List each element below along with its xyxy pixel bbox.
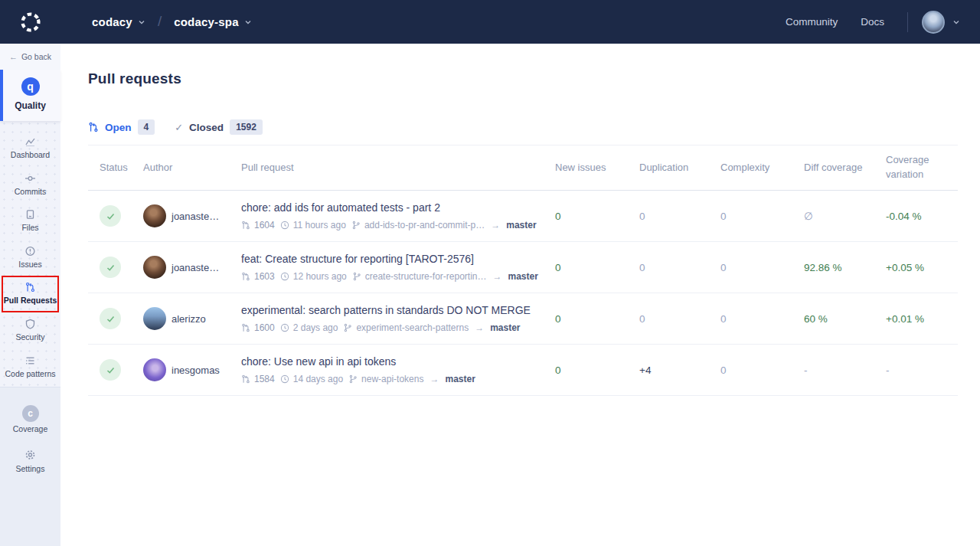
col-header-complexity: Complexity: [709, 161, 792, 175]
pr-number: 1603: [254, 271, 275, 282]
table-row[interactable]: alerizzo experimental: search patterns i…: [88, 293, 958, 345]
pr-updated-time: 12 hours ago: [293, 271, 347, 282]
user-menu-chevron-icon[interactable]: [952, 18, 960, 26]
status-success-badge: [100, 205, 121, 227]
pr-title-link[interactable]: experimental: search patterns in standar…: [241, 304, 544, 317]
coverage-variation-value: +0.05 %: [874, 262, 958, 273]
coverage-icon: c: [22, 405, 39, 422]
diff-coverage-value: 92.86 %: [792, 262, 874, 273]
duplication-value: 0: [628, 211, 709, 222]
check-icon: [106, 263, 116, 273]
top-navbar: codacy / codacy-spa Community Docs: [0, 0, 980, 44]
pr-title-link[interactable]: chore: Use new api in api tokens: [241, 355, 544, 368]
pr-title-link[interactable]: chore: add ids for automated tests - par…: [241, 201, 544, 214]
tab-open-label: Open: [105, 122, 132, 133]
sidebar-item-settings[interactable]: Settings: [0, 442, 60, 482]
pr-target-branch: master: [508, 271, 537, 282]
quality-label: Quality: [0, 100, 60, 111]
gear-icon: [24, 449, 37, 461]
codacy-logo[interactable]: [0, 11, 60, 34]
page-title: Pull requests: [88, 70, 980, 87]
sidebar-item-commits[interactable]: Commits: [0, 167, 60, 204]
duplication-value: 0: [628, 313, 709, 325]
sidebar-item-dashboard[interactable]: Dashboard: [0, 130, 60, 167]
pr-meta: 1584 14 days ago new-api-tokens → master: [241, 374, 544, 384]
arrow-right-icon: →: [491, 220, 500, 230]
sidebar-item-quality[interactable]: q Quality: [0, 70, 60, 121]
coverage-variation-value: -0.04 %: [874, 211, 958, 222]
complexity-value: 0: [709, 262, 792, 273]
go-back-label: Go back: [21, 52, 51, 61]
arrow-right-icon: →: [492, 271, 501, 282]
clock-icon: [280, 272, 289, 281]
new-issues-value: 0: [544, 211, 628, 222]
sidebar-item-label: Security: [0, 332, 60, 342]
complexity-value: 0: [709, 365, 792, 376]
author-name: joanaste…: [172, 211, 219, 222]
col-header-new-issues: New issues: [544, 161, 628, 175]
docs-link[interactable]: Docs: [861, 16, 884, 28]
complexity-value: 0: [709, 313, 792, 325]
breadcrumb-divider: /: [158, 13, 162, 30]
branch-icon: [352, 272, 361, 281]
sidebar: ← Go back q Quality Dashboard Commits: [0, 44, 60, 546]
check-icon: [106, 211, 116, 221]
col-header-author: Author: [132, 161, 230, 175]
pr-number: 1600: [254, 322, 275, 333]
clock-icon: [280, 374, 289, 384]
go-back-button[interactable]: ← Go back: [0, 44, 60, 70]
org-switcher[interactable]: codacy: [92, 15, 145, 28]
user-avatar[interactable]: [922, 11, 945, 34]
code-patterns-icon: [24, 355, 36, 366]
community-link[interactable]: Community: [786, 16, 838, 28]
sidebar-item-label: Commits: [0, 187, 60, 197]
repo-name: codacy-spa: [174, 15, 239, 28]
org-name: codacy: [92, 15, 132, 28]
pull-request-icon: [24, 282, 36, 293]
sidebar-item-label: Dashboard: [0, 150, 60, 160]
quality-icon: q: [21, 77, 40, 96]
pr-meta: 1604 11 hours ago add-ids-to-pr-and-comm…: [241, 220, 544, 230]
clock-icon: [280, 323, 289, 332]
pr-updated-time: 14 days ago: [293, 374, 343, 384]
tab-closed-label: Closed: [189, 122, 224, 133]
pull-request-icon: [241, 221, 250, 230]
diff-coverage-value: 60 %: [792, 313, 874, 325]
new-issues-value: 0: [544, 365, 628, 376]
sidebar-item-issues[interactable]: Issues: [0, 240, 60, 276]
pull-request-icon: [241, 272, 250, 281]
branch-icon: [348, 374, 358, 384]
pr-meta: 1603 12 hours ago create-structure-for-r…: [241, 271, 544, 282]
sidebar-item-pull-requests[interactable]: Pull Requests: [0, 276, 60, 312]
sidebar-item-label: Settings: [0, 464, 60, 474]
pr-source-branch: create-structure-for-reportin…: [365, 271, 487, 282]
pull-requests-table: Status Author Pull request New issues Du…: [88, 145, 958, 396]
arrow-right-icon: →: [475, 322, 484, 333]
author-name: joanaste…: [172, 262, 219, 273]
issue-icon: [24, 246, 36, 257]
pr-state-tabs: Open 4 ✓ Closed 1592: [88, 119, 958, 145]
tab-open[interactable]: Open 4: [88, 119, 155, 135]
status-success-badge: [100, 308, 121, 329]
sidebar-item-files[interactable]: Files: [0, 203, 60, 240]
pr-source-branch: experiment-search-patterns: [356, 322, 469, 333]
author-name: alerizzo: [172, 313, 206, 325]
pr-number: 1604: [254, 220, 275, 230]
tab-closed-count: 1592: [230, 119, 263, 135]
tab-open-count: 4: [138, 119, 155, 135]
shield-icon: [24, 319, 36, 329]
repo-switcher[interactable]: codacy-spa: [174, 15, 252, 28]
commit-icon: [24, 173, 36, 184]
table-row[interactable]: joanaste… chore: add ids for automated t…: [88, 191, 958, 242]
dashboard-icon: [24, 136, 36, 147]
table-row[interactable]: inesgomas chore: Use new api in api toke…: [88, 345, 958, 396]
tab-closed[interactable]: ✓ Closed 1592: [175, 119, 263, 135]
table-row[interactable]: joanaste… feat: Create structure for rep…: [88, 242, 958, 293]
sidebar-item-security[interactable]: Security: [0, 312, 60, 349]
pr-title-link[interactable]: feat: Create structure for reporting [TA…: [241, 253, 544, 266]
chevron-down-icon: [138, 18, 145, 26]
author-avatar: [143, 204, 166, 227]
sidebar-item-coverage[interactable]: c Coverage: [0, 398, 60, 442]
sidebar-item-code-patterns[interactable]: Code patterns: [0, 349, 60, 386]
new-issues-value: 0: [544, 262, 628, 273]
